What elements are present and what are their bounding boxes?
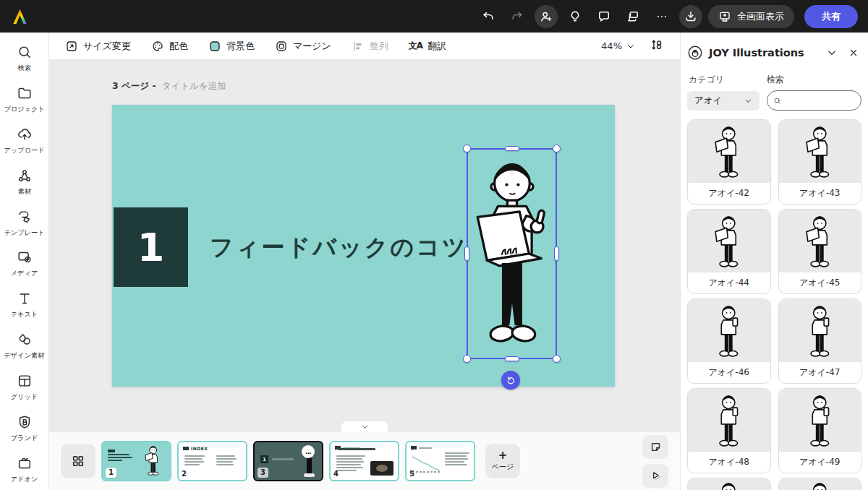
ideas-lightbulb-icon[interactable] [563, 5, 587, 28]
sidebar-item-media[interactable]: メディア [0, 244, 48, 285]
pages-bar: 1 INDEX 2 1 … 3 4 [49, 432, 680, 490]
illustration-card[interactable]: アオイ-47 [778, 298, 862, 384]
sidebar-label: プロジェクト [4, 105, 44, 114]
align-button: 整列 [352, 40, 388, 53]
share-label: 共有 [822, 10, 841, 23]
slide-page-3[interactable]: 1 フィードバックのコツ [112, 105, 615, 387]
comment-icon[interactable] [592, 5, 616, 28]
resize-handle-bottom-left[interactable] [463, 355, 471, 363]
page-thumbnail-3-selected[interactable]: 1 … 3 [253, 441, 323, 481]
zoom-control[interactable]: 44% [601, 40, 635, 51]
design-assets-icon [17, 332, 33, 348]
illustration-card[interactable]: アオイ-48 [687, 388, 771, 473]
thumb3-speech-bubble: … [302, 445, 315, 458]
illustration-card[interactable]: アオイ-43 [778, 119, 862, 205]
page-label-row: 3 ページ - タイトルを追加 [112, 80, 226, 93]
resize-handle-top[interactable] [505, 146, 519, 151]
background-color-label: 背景色 [226, 40, 255, 53]
addons-icon [17, 455, 33, 471]
rotate-handle[interactable] [501, 371, 520, 390]
person-illustration [779, 210, 861, 272]
page-title-placeholder[interactable]: タイトルを追加 [162, 80, 226, 91]
resize-button[interactable]: サイズ変更 [65, 40, 131, 53]
chevron-down-icon [827, 48, 837, 58]
sidebar-item-templates[interactable]: テンプレート [0, 202, 48, 244]
add-page-button[interactable]: + ページ [485, 444, 520, 478]
close-icon [848, 48, 859, 58]
person-illustration [688, 478, 770, 490]
slide-number-box[interactable]: 1 [114, 207, 188, 287]
fullscreen-button[interactable]: 全画面表示 [708, 5, 794, 28]
search-label: 検索 [767, 74, 784, 86]
color-scheme-label: 配色 [169, 40, 188, 53]
translate-button[interactable]: 文A 翻訳 [409, 40, 446, 53]
sidebar-item-search[interactable]: 検索 [0, 38, 48, 79]
panel-close-button[interactable] [846, 45, 861, 61]
page-thumbnail-4[interactable]: 4 [329, 441, 399, 481]
sidebar-label: グリッド [11, 392, 38, 401]
color-scheme-button[interactable]: 配色 [151, 40, 188, 53]
search-icon [17, 44, 33, 60]
illustration-card-partial[interactable] [778, 478, 862, 490]
margin-icon [275, 40, 288, 53]
illustration-card[interactable]: アオイ-49 [778, 388, 862, 473]
resize-handle-left[interactable] [464, 246, 469, 261]
sidebar-item-design-assets[interactable]: デザイン素材 [0, 326, 48, 367]
resize-handle-bottom[interactable] [505, 356, 519, 361]
present-play-button[interactable] [642, 464, 668, 488]
illustration-search [767, 90, 861, 111]
sidebar-item-text[interactable]: テキスト [0, 285, 48, 326]
illustration-label: アオイ-45 [779, 272, 861, 293]
share-button[interactable]: 共有 [804, 5, 858, 28]
resize-handle-top-left[interactable] [463, 145, 471, 152]
elements-icon [17, 168, 33, 184]
thumb2-index-heading: INDEX [191, 446, 208, 451]
redo-icon[interactable] [506, 5, 529, 28]
selected-illustration[interactable] [467, 148, 557, 359]
sidebar-item-projects[interactable]: プロジェクト [0, 79, 48, 121]
page-number-badge: 4 [333, 470, 339, 478]
search-input[interactable] [785, 95, 855, 106]
illustration-card[interactable]: アオイ-44 [687, 209, 771, 294]
resize-label: サイズ変更 [83, 40, 131, 53]
brand-icon [17, 414, 33, 430]
more-options-icon[interactable] [650, 5, 673, 28]
sidebar-item-grid[interactable]: グリッド [0, 367, 48, 408]
resize-handle-top-right[interactable] [553, 145, 561, 152]
sidebar-item-addons[interactable]: アドオン [0, 449, 48, 490]
illustration-card[interactable]: アオイ-46 [687, 298, 771, 384]
category-dropdown[interactable]: アオイ [687, 91, 760, 111]
slide-number: 1 [137, 225, 165, 270]
illustration-card[interactable]: アオイ-45 [778, 209, 862, 294]
background-color-button[interactable]: 背景色 [208, 40, 255, 53]
app-root: 全画面表示 共有 検索 プロジェクト アップロード 素材 テンプレート [0, 0, 868, 490]
notes-button[interactable] [642, 435, 668, 459]
version-history-icon[interactable] [621, 5, 644, 28]
play-icon [650, 470, 662, 482]
illustration-card-partial[interactable] [687, 478, 771, 490]
page-thumbnail-1[interactable]: 1 [101, 441, 171, 481]
page-number-badge: 2 [182, 470, 187, 478]
thumb4-image [370, 461, 393, 476]
slide-title[interactable]: フィードバックのコツ [210, 232, 468, 264]
category-label: カテゴリ [687, 74, 767, 86]
undo-icon[interactable] [477, 5, 500, 28]
sidebar-item-brand[interactable]: ブランド [0, 408, 48, 449]
page-thumbnail-5[interactable]: 5 [405, 441, 475, 481]
collapse-pages-bar-tab[interactable] [341, 421, 388, 432]
resize-handle-right[interactable] [554, 246, 559, 261]
download-icon[interactable] [679, 5, 702, 28]
reorder-pages-button[interactable] [650, 38, 664, 55]
panel-collapse-button[interactable] [824, 45, 840, 61]
adobe-express-logo-icon[interactable] [10, 7, 30, 26]
invite-people-icon[interactable] [535, 5, 558, 28]
margin-button[interactable]: マージン [275, 40, 331, 53]
sidebar-item-elements[interactable]: 素材 [0, 161, 48, 202]
sidebar-item-uploads[interactable]: アップロード [0, 121, 48, 162]
resize-handle-bottom-right[interactable] [553, 355, 561, 363]
illustration-card[interactable]: アオイ-42 [687, 119, 771, 205]
left-sidebar: 検索 プロジェクト アップロード 素材 テンプレート メディア テキスト デザ [0, 33, 49, 490]
page-thumbnail-2[interactable]: INDEX 2 [177, 441, 247, 481]
page-number-badge: 5 [409, 470, 414, 478]
grid-view-button[interactable] [61, 444, 95, 478]
